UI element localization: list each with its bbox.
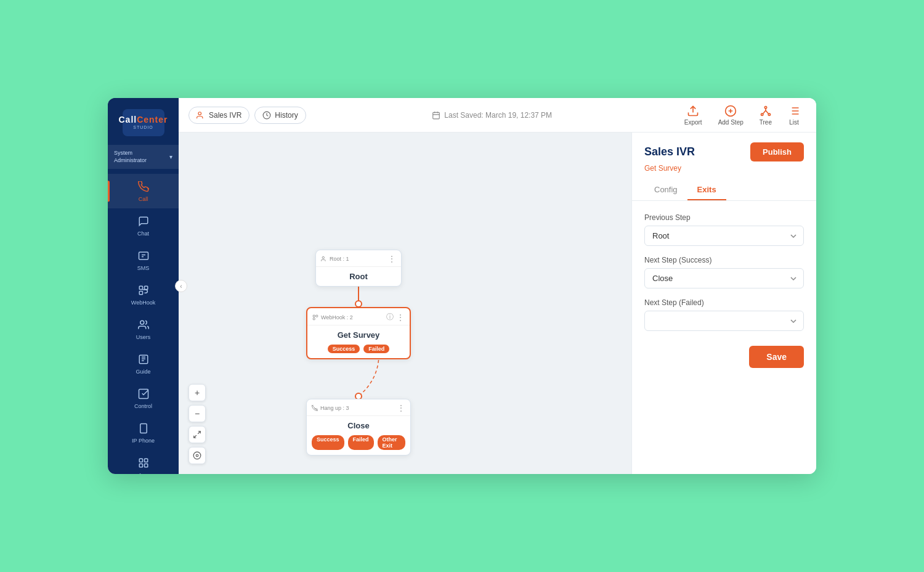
svg-rect-46 — [313, 317, 315, 319]
webhook-info-icon[interactable]: ⓘ — [386, 312, 394, 322]
export-button[interactable]: Export — [678, 101, 708, 129]
fit-screen-button[interactable] — [188, 426, 206, 443]
svg-point-36 — [355, 301, 362, 307]
previous-step-group: Previous Step Root — [644, 213, 804, 246]
hangup-success-badge: Success — [312, 435, 344, 450]
top-bar-left: Sales IVR History — [188, 107, 306, 124]
sidebar-label-app: App — [138, 472, 148, 474]
webhook-more-icon[interactable]: ⋮ — [396, 313, 405, 322]
sidebar: CallCenter STUDIO System Administrator ▾ — [108, 98, 179, 474]
app-window: CallCenter STUDIO System Administrator ▾ — [108, 98, 816, 474]
top-bar-right: Export Add Step Tree List — [678, 101, 806, 129]
svg-rect-45 — [316, 315, 318, 317]
webhook-failed-badge: Failed — [363, 345, 389, 353]
sidebar-item-chat[interactable]: Chat — [108, 208, 179, 243]
node-hangup[interactable]: Hang up : 3 ⋮ Close Success Failed Other… — [306, 399, 411, 456]
svg-point-28 — [768, 113, 770, 115]
canvas-controls: + − — [188, 384, 206, 464]
next-step-failed-label: Next Step (Failed) — [644, 298, 804, 307]
sidebar-logo: CallCenter STUDIO — [108, 98, 179, 145]
svg-rect-3 — [139, 292, 142, 295]
tree-button[interactable]: Tree — [753, 101, 778, 129]
tab-exits[interactable]: Exits — [687, 180, 726, 200]
breadcrumb-label: Sales IVR — [209, 111, 241, 120]
export-label: Export — [684, 119, 702, 126]
webhook-node-title: Get Survey — [307, 325, 410, 345]
history-button[interactable]: History — [254, 107, 306, 124]
svg-rect-0 — [139, 252, 148, 259]
svg-line-49 — [194, 435, 197, 438]
webhook-node-label: WebHook : 2 — [321, 314, 353, 321]
panel-title: Sales IVR — [644, 145, 695, 158]
sidebar-item-app[interactable]: App — [108, 450, 179, 474]
save-button[interactable]: Save — [749, 346, 804, 368]
sidebar-item-guide[interactable]: Guide — [108, 346, 179, 381]
list-button[interactable]: List — [782, 101, 806, 129]
root-node-title: Root — [316, 267, 401, 286]
svg-rect-11 — [144, 464, 147, 467]
hangup-other-badge: Other Exit — [378, 435, 405, 450]
svg-point-26 — [764, 106, 766, 108]
webhook-exits: Success Failed — [307, 345, 410, 358]
sidebar-item-call[interactable]: Call — [108, 174, 179, 208]
root-node-more-icon[interactable]: ⋮ — [387, 254, 396, 264]
hangup-more-icon[interactable]: ⋮ — [397, 403, 405, 413]
sidebar-label-control: Control — [134, 403, 152, 409]
tab-config[interactable]: Config — [644, 180, 687, 200]
sidebar-item-users[interactable]: Users — [108, 312, 179, 346]
right-panel: Sales IVR Publish Get Survey Config Exit… — [631, 133, 816, 474]
panel-title-row: Sales IVR Publish — [644, 142, 804, 161]
add-step-button[interactable]: Add Step — [712, 101, 750, 129]
chat-icon — [137, 214, 150, 228]
hangup-failed-badge: Failed — [348, 435, 374, 450]
svg-rect-6 — [139, 390, 148, 399]
sidebar-item-ipphone[interactable]: IP Phone — [108, 415, 179, 450]
sidebar-label-call: Call — [139, 196, 148, 202]
svg-rect-44 — [313, 315, 315, 317]
sidebar-item-webhook[interactable]: WebHook — [108, 277, 179, 312]
sales-ivr-breadcrumb[interactable]: Sales IVR — [188, 107, 249, 124]
users-icon — [137, 318, 150, 332]
add-step-label: Add Step — [718, 119, 744, 126]
svg-point-16 — [198, 112, 201, 115]
hangup-node-label: Hang up : 3 — [320, 405, 349, 411]
svg-rect-18 — [433, 112, 440, 119]
last-saved-text: Last Saved: March 19, 12:37 PM — [444, 111, 552, 120]
sidebar-label-chat: Chat — [137, 231, 149, 237]
sidebar-label-users: Users — [136, 334, 151, 340]
svg-rect-8 — [139, 459, 142, 462]
main-area: Sales IVR History Last Saved: March 19, … — [179, 98, 816, 474]
publish-button[interactable]: Publish — [750, 142, 804, 161]
logo-box: CallCenter STUDIO — [123, 109, 164, 136]
webhook-node-header-left: WebHook : 2 — [312, 314, 353, 321]
previous-step-select[interactable]: Root — [644, 226, 804, 246]
sidebar-collapse-button[interactable]: ‹ — [175, 280, 187, 292]
next-step-success-select[interactable]: Close — [644, 268, 804, 288]
svg-rect-2 — [144, 287, 147, 290]
sidebar-item-sms[interactable]: SMS — [108, 243, 179, 277]
app-icon — [137, 456, 150, 470]
zoom-in-button[interactable]: + — [188, 384, 206, 401]
ipphone-icon — [137, 422, 150, 435]
svg-point-4 — [140, 321, 144, 325]
sidebar-label-ipphone: IP Phone — [132, 438, 155, 444]
user-role[interactable]: System Administrator ▾ — [108, 145, 179, 169]
sms-icon — [137, 249, 150, 263]
hangup-node-header-left: Hang up : 3 — [312, 405, 349, 411]
sidebar-item-control[interactable]: Control — [108, 381, 179, 415]
chevron-down-icon: ▾ — [169, 153, 172, 160]
next-step-failed-group: Next Step (Failed) — [644, 298, 804, 331]
svg-rect-10 — [139, 464, 142, 467]
canvas-area: Root : 1 ⋮ Root — [179, 133, 631, 474]
webhook-success-badge: Success — [328, 345, 360, 353]
top-bar-center: Last Saved: March 19, 12:37 PM — [432, 111, 552, 120]
node-webhook[interactable]: WebHook : 2 ⓘ ⋮ Get Survey Success Fa — [306, 307, 411, 359]
node-root[interactable]: Root : 1 ⋮ Root — [315, 250, 402, 287]
svg-rect-1 — [139, 287, 142, 290]
mini-map-button[interactable] — [188, 447, 206, 464]
right-panel-body: Previous Step Root Next Step (Success) C… — [632, 201, 816, 474]
svg-point-50 — [193, 452, 201, 459]
zoom-out-button[interactable]: − — [188, 405, 206, 422]
next-step-failed-select[interactable] — [644, 311, 804, 331]
panel-tabs: Config Exits — [644, 180, 804, 200]
